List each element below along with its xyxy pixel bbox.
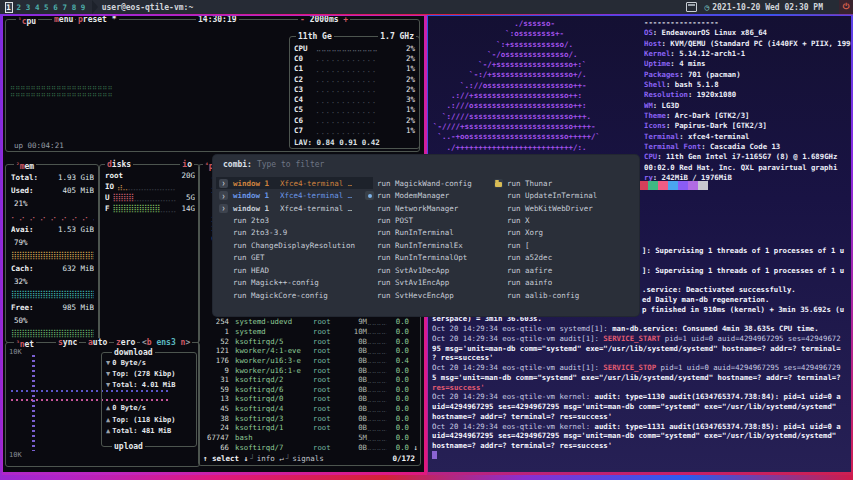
net-sync-button[interactable]: sync [56,338,79,347]
list-item[interactable]: run X [492,214,637,226]
table-row[interactable]: 1systemdroot10M⣀⣀⣀⣀⣀⣀0.0 [201,327,418,337]
table-row[interactable]: 52ksoftirqd/5root0B⣀⣀⣀⣀⣀⣀0.0 [201,336,418,346]
workspace-6[interactable]: 6 [53,3,59,12]
table-row[interactable]: 31ksoftirqd/2root0B⣀⣀⣀⣀⣀⣀0.0 [201,375,418,385]
list-item[interactable]: run HEAD [216,264,373,276]
list-item[interactable]: run aalib-config [492,289,637,301]
cpu-row: CPU⣀⣀⣀⣀⣀⣀⣀⣀⣀⣀⣀⣀2% [294,43,415,53]
memory-panel: ²mem Total:1.93 GiBUsed:405 MiB21%⠄⢀⠄⢀⠄⢀… [5,164,99,343]
power-button[interactable]: ⏻ [839,0,853,14]
list-item[interactable]: ❯window 1Xfce4-terminal … [216,177,373,189]
download-title: download [112,348,155,357]
table-row[interactable]: 176kworker/u16:3-eroot0B⣀⣀⣀⣀⣀⣀0.4 [201,356,418,366]
cpu-row: C0⡀⡀⡀⡀⡀⡀⡀⡀⡀⡀⡀⡀2% [294,53,415,63]
memory-row: Used:405 MiB [11,184,94,197]
net-interface-selector[interactable]: <b ens3 n> [140,338,192,347]
systray-terminal-icon[interactable] [686,2,697,12]
list-item[interactable]: run SvtAv1DecApp [365,264,491,276]
workspace-3[interactable]: 3 [25,3,31,12]
memory-panel-title[interactable]: ²mem [14,160,36,171]
list-item[interactable]: run a52dec [492,252,637,264]
table-row[interactable]: 67747bash5M⣀⣀⣀⣀⣀⣀0.0 [201,433,418,443]
signals-control[interactable]: signals [292,454,324,463]
list-item[interactable]: run 2to3 [216,214,373,226]
list-item[interactable]: ❯window 1Xfce4-terminal … [216,189,373,201]
list-item[interactable]: run 2to3-3.9 [216,227,373,239]
list-item[interactable]: run MagickWand-config [365,177,491,189]
window-title: user@eos-qtile-vm:~ [102,3,194,12]
table-row[interactable]: 66ksoftirqd/7root0B⣀⣀⣀⣀⣀⣀0.0↓ [201,442,418,452]
list-item[interactable]: run aainfo [492,277,637,289]
table-row[interactable]: 45ksoftirqd/4root0B⣀⣀⣀⣀⣀⣀0.0 [201,404,418,414]
cpu-row: C2⡀⡀⡀⡀⡀⡀⡀⡀⡀⡀⡀⡀2% [294,74,415,84]
table-row[interactable]: 59ksoftirqd/6root0B⣀⣀⣀⣀⣀⣀0.0 [201,384,418,394]
neofetch-info: -----------------OS: EndeavourOS Linux x… [644,18,851,184]
list-item[interactable]: run Xorg [492,227,637,239]
memory-row: Avai:1.53 GiB [11,223,94,236]
workspace-4[interactable]: 4 [34,3,40,12]
table-row[interactable]: 254systemd-udevdroot9M⣀⣀⣀⣀⣀⣀0.0 [201,317,418,327]
endeavouros-ascii-logo: ./ssssso- `:ossssssss+- `:+ssssssssssso/… [433,19,600,163]
neofetch-info-line: WM: LG3D [644,101,851,111]
list-item[interactable]: run SvtHevcEncApp [365,289,491,301]
launcher-row: run ChangeDisplayResolutionrun RunInTerm… [213,239,639,251]
interval-increase[interactable]: + [343,16,348,24]
cpu-clock: 14:30:19 [196,16,239,24]
list-item[interactable]: run WebKitWebDriver [492,202,637,214]
preset-button[interactable]: preset * [76,16,119,24]
workspace-1[interactable]: 1 [5,2,13,13]
table-row[interactable]: 24ksoftirqd/1root0B⣀⣀⣀⣀⣀⣀0.0 [201,423,418,433]
table-row[interactable]: 9kworker/u16:1-eroot0B⣀⣀⣀⣀⣀⣀0.0 [201,365,418,375]
launcher-prompt[interactable]: combi:Type to filter [223,160,324,169]
list-item[interactable]: run SvtAv1EncApp [365,277,491,289]
net-auto-button[interactable]: auto [86,338,109,347]
disks-panel-title[interactable]: disks [105,160,133,169]
disk-used-row: U⣿⣿⣿⣿⣀⣀⣀⣀⣀⣀⣀⣀5G [105,192,195,203]
list-item[interactable]: run ChangeDisplayResolution [216,239,373,251]
cpu-panel-title[interactable]: ¹cpu [16,16,38,26]
cpu-meter: ⡀⡀⡀⡀⡀⡀⡀⡀⡀⡀⡀⡀ [316,65,395,73]
down-arrow-icon: ▼ [106,359,110,367]
neofetch-info-line: Host: KVM/QEMU (Standard PC (i440FX + PI… [644,39,851,49]
filter-input-placeholder[interactable]: Type to filter [257,160,324,169]
list-item[interactable]: run aafire [492,264,637,276]
workspace-9[interactable]: 9 [80,3,86,12]
up-arrow-icon: ▲ [106,427,110,435]
info-control[interactable]: info ↵ [257,454,284,463]
select-control[interactable]: ↑ select ↓ [203,454,248,463]
upload-stat: ▲Total: 481 MiB [106,425,194,436]
table-row[interactable]: 13ksoftirqd/0root0B⣀⣀⣀⣀⣀⣀0.0 [201,394,418,404]
table-row[interactable]: 121kworker/4:1-everoot0B⣀⣀⣀⣀⣀⣀0.0 [201,346,418,356]
table-row[interactable]: 38ksoftirqd/3root0B⣀⣀⣀⣀⣀⣀0.0 [201,413,418,423]
workspace-5[interactable]: 5 [43,3,49,12]
list-item[interactable]: run ModemManager [365,189,491,201]
list-item[interactable]: run GET [216,252,373,264]
list-item[interactable]: run RunInTerminalEx [365,239,491,251]
neofetch-info-line: Icons: Papirus-Dark [GTK2/3] [644,121,851,131]
list-item[interactable]: run Magick++-config [216,277,373,289]
cpu-graph-line: ⠶⠶⠶⠶⠶⠶⠶⠶⠶⠶⠶⠶⠶⠶⠶⠶⠶⠶⠶⠶ [10,91,113,99]
list-item[interactable]: run [ [492,239,637,251]
list-item[interactable]: run Thunar [492,177,637,189]
upload-title: upload [112,442,145,451]
list-item[interactable]: run MagickCore-config [216,289,373,301]
workspace-7[interactable]: 7 [62,3,68,12]
network-panel: ³net sync auto zero <b ens3 n> 10K 10K d… [5,342,200,467]
menu-button[interactable]: menu [52,16,75,24]
journal-line: hostname=? addr=? terminal=? res=success… [432,412,850,422]
list-item[interactable]: run NetworkManager [365,202,491,214]
net-scale-bottom: 10K [9,451,22,459]
interval-control[interactable]: - 2000ms + [298,16,350,24]
list-item[interactable]: run UpdateInTerminal [492,189,637,201]
download-stat: ▼Total: 4.01 MiB [106,380,194,391]
list-item[interactable]: run POST [365,214,491,226]
cpu-meter: ⡀⡀⡀⡀⡀⡀⡀⡀⡀⡀⡀⡀ [316,106,395,114]
cpu-model: 11th Ge [296,32,334,41]
list-item[interactable]: run RunInTerminalOpt [365,252,491,264]
io-toggle[interactable]: io [180,160,194,169]
workspace-2[interactable]: 2 [16,3,22,12]
workspace-8[interactable]: 8 [71,3,77,12]
list-item[interactable]: ❯window 1Xfce4-terminal … [216,202,373,214]
list-item[interactable]: run RunInTerminal [365,227,491,239]
net-zero-button[interactable]: zero [114,338,137,347]
